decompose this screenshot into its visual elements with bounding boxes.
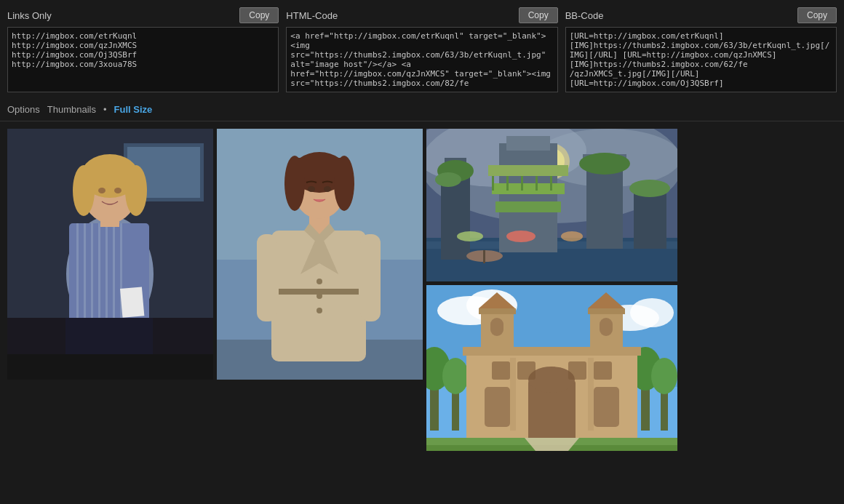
gallery-right-col <box>426 129 677 451</box>
svg-rect-104 <box>594 387 619 427</box>
svg-point-43 <box>324 186 331 192</box>
svg-rect-63 <box>506 176 509 191</box>
svg-rect-6 <box>76 223 79 325</box>
links-panel-title: Links Only <box>7 10 52 21</box>
svg-rect-20 <box>120 287 144 317</box>
bbcode-panel: BB-Code Copy [URL=http://imgbox.com/etrK… <box>565 7 837 95</box>
svg-rect-59 <box>488 165 568 176</box>
svg-rect-100 <box>600 318 613 336</box>
svg-point-30 <box>316 279 322 284</box>
options-label[interactable]: Options <box>7 104 40 115</box>
svg-point-71 <box>629 180 670 197</box>
svg-point-56 <box>435 172 461 187</box>
svg-rect-107 <box>568 361 586 380</box>
svg-rect-9 <box>98 223 100 325</box>
svg-rect-94 <box>479 308 516 314</box>
svg-rect-66 <box>550 176 552 191</box>
bbcode-copy-button[interactable]: Copy <box>797 7 837 23</box>
svg-rect-58 <box>506 136 550 151</box>
thumbnails-label[interactable]: Thumbnails <box>47 104 96 115</box>
svg-rect-33 <box>279 289 359 295</box>
svg-point-19 <box>114 188 122 193</box>
svg-point-69 <box>579 153 630 175</box>
html-textarea[interactable]: <a href="http://imgbox.com/etrKuqnl" tar… <box>286 27 557 92</box>
options-row: Options Thumbnails • Full Size <box>0 98 844 121</box>
svg-rect-11 <box>113 223 115 325</box>
svg-rect-35 <box>360 234 381 321</box>
svg-rect-105 <box>492 361 510 380</box>
bbcode-panel-header: BB-Code Copy <box>565 7 837 23</box>
svg-point-76 <box>457 231 483 241</box>
svg-rect-34 <box>257 234 277 321</box>
svg-point-86 <box>442 358 469 394</box>
svg-rect-106 <box>517 361 536 380</box>
links-copy-button[interactable]: Copy <box>239 7 279 23</box>
dot-separator: • <box>103 104 107 115</box>
svg-point-17 <box>125 165 147 216</box>
svg-point-18 <box>98 188 106 193</box>
svg-point-74 <box>506 231 536 242</box>
svg-point-42 <box>308 186 315 192</box>
fullsize-label[interactable]: Full Size <box>114 104 153 115</box>
links-panel-header: Links Only Copy <box>7 7 279 23</box>
svg-rect-61 <box>495 201 561 212</box>
svg-rect-115 <box>588 358 594 431</box>
svg-rect-10 <box>106 223 108 325</box>
html-panel-title: HTML-Code <box>286 10 338 21</box>
gallery-image-4[interactable] <box>426 285 677 451</box>
svg-rect-41 <box>295 158 344 176</box>
svg-rect-96 <box>490 318 503 336</box>
html-panel: HTML-Code Copy <a href="http://imgbox.co… <box>286 7 557 95</box>
top-section: Links Only Copy http://imgbox.com/etrKuq… <box>0 0 844 98</box>
svg-rect-60 <box>492 183 565 194</box>
svg-point-32 <box>316 308 322 313</box>
bbcode-panel-title: BB-Code <box>565 10 604 21</box>
gallery-image-3[interactable] <box>426 129 677 281</box>
svg-rect-65 <box>536 176 538 191</box>
links-panel: Links Only Copy http://imgbox.com/etrKuq… <box>7 7 279 95</box>
svg-rect-62 <box>492 176 494 191</box>
svg-rect-98 <box>588 308 625 314</box>
bbcode-textarea[interactable]: [URL=http://imgbox.com/etrKuqnl][IMG]htt… <box>565 27 837 92</box>
image-gallery <box>0 121 844 458</box>
svg-rect-67 <box>586 165 623 249</box>
svg-rect-103 <box>485 387 510 427</box>
html-copy-button[interactable]: Copy <box>519 7 558 23</box>
svg-point-90 <box>651 358 677 394</box>
svg-rect-8 <box>91 223 93 325</box>
gallery-image-1[interactable] <box>7 129 213 380</box>
svg-point-75 <box>561 231 583 241</box>
html-panel-header: HTML-Code Copy <box>286 7 557 23</box>
svg-rect-7 <box>84 223 86 325</box>
svg-rect-22 <box>7 354 213 380</box>
links-textarea[interactable]: http://imgbox.com/etrKuqnl http://imgbox… <box>7 27 279 92</box>
svg-rect-114 <box>510 358 516 431</box>
svg-rect-108 <box>594 361 612 380</box>
svg-point-82 <box>630 298 674 327</box>
gallery-left-col <box>7 129 423 451</box>
svg-rect-64 <box>521 176 523 191</box>
gallery-image-2[interactable] <box>217 129 423 380</box>
svg-point-16 <box>73 165 95 216</box>
svg-rect-73 <box>483 250 485 263</box>
